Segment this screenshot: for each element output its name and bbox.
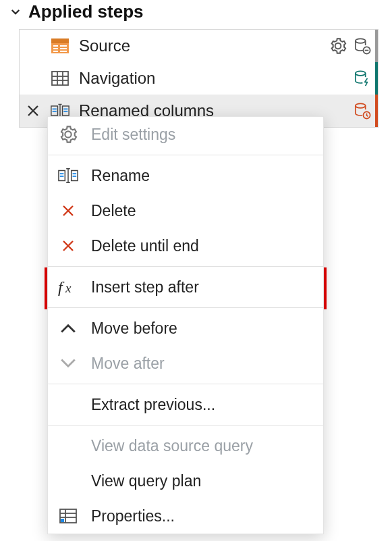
table-icon <box>51 69 69 88</box>
menu-label: Delete <box>91 202 136 220</box>
menu-separator <box>48 384 323 384</box>
svg-rect-6 <box>60 48 67 49</box>
svg-rect-21 <box>63 109 67 110</box>
step-label: Navigation <box>79 69 354 88</box>
svg-rect-39 <box>61 519 64 522</box>
step-context-menu: Edit settings Rename Delete Delet <box>47 116 324 534</box>
menu-separator <box>48 425 323 426</box>
svg-text:f: f <box>58 278 65 296</box>
menu-label: View data source query <box>91 437 253 455</box>
menu-separator <box>48 266 323 267</box>
menu-label: Insert step after <box>91 278 199 297</box>
menu-view-data-source-query: View data source query <box>48 428 323 463</box>
svg-rect-18 <box>53 109 57 110</box>
menu-label: Properties... <box>91 507 175 525</box>
fx-icon: f x <box>57 276 79 298</box>
chevron-up-icon <box>57 317 79 339</box>
chevron-down-icon <box>57 353 79 374</box>
svg-rect-11 <box>52 72 68 85</box>
menu-label: Move before <box>91 319 177 338</box>
svg-rect-19 <box>53 111 57 112</box>
step-row-source[interactable]: Source <box>20 30 378 62</box>
menu-separator <box>48 155 323 155</box>
menu-view-query-plan[interactable]: View query plan <box>48 463 323 498</box>
menu-properties[interactable]: Properties... <box>48 498 323 534</box>
properties-icon <box>57 505 79 527</box>
menu-separator <box>48 307 323 308</box>
blank-icon <box>57 394 79 415</box>
applied-steps-list: Source <box>19 29 379 128</box>
blank-icon <box>57 470 79 492</box>
menu-delete-until-end[interactable]: Delete until end <box>48 228 323 263</box>
menu-insert-step-after[interactable]: f x Insert step after <box>48 269 323 305</box>
delete-step-icon[interactable] <box>25 103 41 119</box>
menu-label: Edit settings <box>91 126 175 144</box>
menu-label: Move after <box>91 355 165 373</box>
menu-label: Rename <box>91 167 150 185</box>
panel-title: Applied steps <box>28 1 143 22</box>
step-label: Source <box>79 36 329 55</box>
database-minus-icon[interactable] <box>354 37 371 55</box>
gear-icon <box>57 124 79 145</box>
chevron-down-icon <box>9 6 22 18</box>
svg-rect-30 <box>73 173 77 174</box>
svg-rect-1 <box>51 38 69 43</box>
svg-point-8 <box>356 38 366 43</box>
svg-text:x: x <box>65 281 72 295</box>
rename-icon <box>57 165 79 186</box>
menu-extract-previous[interactable]: Extract previous... <box>48 387 323 422</box>
database-clock-icon[interactable] <box>354 102 371 120</box>
gear-icon[interactable] <box>329 37 347 55</box>
menu-move-before[interactable]: Move before <box>48 311 323 346</box>
menu-label: Extract previous... <box>91 396 215 414</box>
blank-icon <box>57 435 79 457</box>
svg-rect-5 <box>60 45 67 47</box>
menu-move-after: Move after <box>48 346 323 381</box>
delete-icon <box>57 235 79 257</box>
svg-rect-22 <box>63 111 67 112</box>
svg-rect-3 <box>53 48 58 49</box>
svg-rect-31 <box>73 176 77 177</box>
svg-rect-7 <box>60 51 67 52</box>
database-bolt-icon[interactable] <box>354 70 371 87</box>
menu-rename[interactable]: Rename <box>48 158 323 193</box>
svg-rect-28 <box>60 176 64 177</box>
source-icon <box>51 36 69 55</box>
svg-rect-2 <box>53 45 58 47</box>
menu-edit-settings: Edit settings <box>48 117 323 152</box>
step-row-navigation[interactable]: Navigation <box>20 62 378 95</box>
svg-point-24 <box>356 103 366 108</box>
delete-icon <box>57 200 79 222</box>
menu-label: Delete until end <box>91 237 199 255</box>
svg-rect-4 <box>53 51 58 52</box>
menu-label: View query plan <box>91 472 201 490</box>
menu-delete[interactable]: Delete <box>48 193 323 228</box>
svg-point-16 <box>356 71 366 76</box>
applied-steps-header[interactable]: Applied steps <box>0 0 392 29</box>
svg-rect-27 <box>60 173 64 174</box>
